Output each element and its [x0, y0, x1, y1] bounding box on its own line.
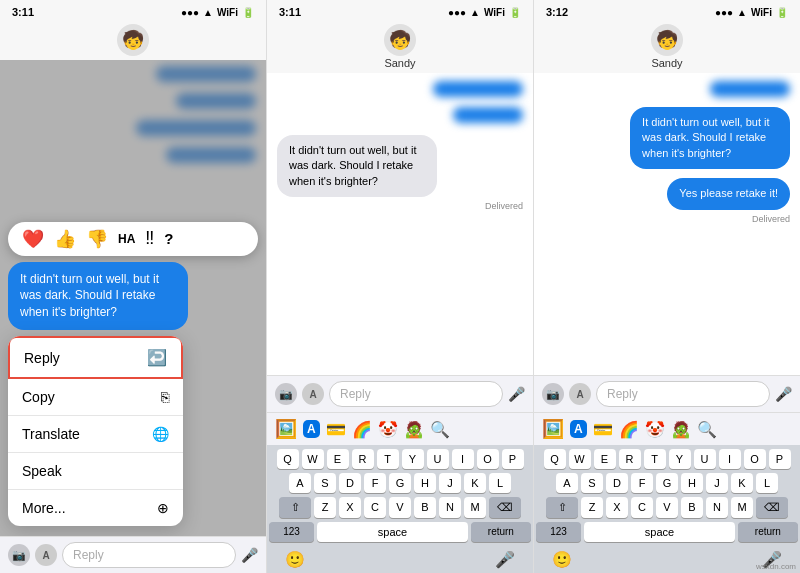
key-k-2[interactable]: K	[464, 473, 486, 493]
key-d-2[interactable]: D	[339, 473, 361, 493]
key-k-3[interactable]: K	[731, 473, 753, 493]
app-store-2[interactable]: A	[303, 420, 320, 438]
mic-bottom-2[interactable]: 🎤	[495, 550, 515, 569]
key-t-2[interactable]: T	[377, 449, 399, 469]
key-a-3[interactable]: A	[556, 473, 578, 493]
key-w-2[interactable]: W	[302, 449, 324, 469]
app-search-3[interactable]: 🔍	[697, 420, 717, 439]
key-e-3[interactable]: E	[594, 449, 616, 469]
reaction-thumbup[interactable]: 👍	[54, 228, 76, 250]
key-u-3[interactable]: U	[694, 449, 716, 469]
app-emoji2-2[interactable]: 🧟	[404, 420, 424, 439]
reaction-haha[interactable]: HA	[118, 232, 135, 246]
key-y-3[interactable]: Y	[669, 449, 691, 469]
key-s-2[interactable]: S	[314, 473, 336, 493]
context-menu-translate[interactable]: Translate 🌐	[8, 416, 183, 453]
key-x-3[interactable]: X	[606, 497, 628, 518]
key-r-3[interactable]: R	[619, 449, 641, 469]
key-q-3[interactable]: Q	[544, 449, 566, 469]
key-w-3[interactable]: W	[569, 449, 591, 469]
app-emoji2-3[interactable]: 🧟	[671, 420, 691, 439]
key-v-3[interactable]: V	[656, 497, 678, 518]
camera-icon-1[interactable]: 📷	[8, 544, 30, 566]
message-input-1[interactable]: Reply	[62, 542, 236, 568]
camera-icon-2[interactable]: 📷	[275, 383, 297, 405]
key-z-3[interactable]: Z	[581, 497, 603, 518]
app-icon-1[interactable]: A	[35, 544, 57, 566]
key-i-3[interactable]: I	[719, 449, 741, 469]
key-c-3[interactable]: C	[631, 497, 653, 518]
key-num-3[interactable]: 123	[536, 522, 581, 542]
app-rainbow-3[interactable]: 🌈	[619, 420, 639, 439]
context-menu-copy[interactable]: Copy ⎘	[8, 379, 183, 416]
key-y-2[interactable]: Y	[402, 449, 424, 469]
context-menu-reply[interactable]: Reply ↩️	[8, 336, 183, 379]
key-shift-3[interactable]: ⇧	[546, 497, 578, 518]
reaction-exclaim[interactable]: ‼️	[145, 228, 154, 249]
key-f-3[interactable]: F	[631, 473, 653, 493]
reaction-question[interactable]: ?	[164, 230, 173, 247]
key-l-3[interactable]: L	[756, 473, 778, 493]
key-p-2[interactable]: P	[502, 449, 524, 469]
emoji-icon-3[interactable]: 🙂	[552, 550, 572, 569]
key-t-3[interactable]: T	[644, 449, 666, 469]
key-l-2[interactable]: L	[489, 473, 511, 493]
key-g-2[interactable]: G	[389, 473, 411, 493]
key-return-3[interactable]: return	[738, 522, 798, 542]
app-photos-2[interactable]: 🖼️	[275, 418, 297, 440]
reaction-heart[interactable]: ❤️	[22, 228, 44, 250]
key-b-2[interactable]: B	[414, 497, 436, 518]
key-shift-2[interactable]: ⇧	[279, 497, 311, 518]
key-o-3[interactable]: O	[744, 449, 766, 469]
key-g-3[interactable]: G	[656, 473, 678, 493]
message-input-2[interactable]: Reply	[329, 381, 503, 407]
key-v-2[interactable]: V	[389, 497, 411, 518]
app-emoji1-3[interactable]: 🤡	[645, 420, 665, 439]
key-e-2[interactable]: E	[327, 449, 349, 469]
reaction-thumbdown[interactable]: 👎	[86, 228, 108, 250]
key-return-2[interactable]: return	[471, 522, 531, 542]
key-space-3[interactable]: space	[584, 522, 735, 542]
app-pay-3[interactable]: 💳	[593, 420, 613, 439]
key-s-3[interactable]: S	[581, 473, 603, 493]
key-f-2[interactable]: F	[364, 473, 386, 493]
key-m-2[interactable]: M	[464, 497, 486, 518]
mic-icon-1[interactable]: 🎤	[241, 547, 258, 563]
key-j-3[interactable]: J	[706, 473, 728, 493]
message-input-3[interactable]: Reply	[596, 381, 770, 407]
app-rainbow-2[interactable]: 🌈	[352, 420, 372, 439]
key-delete-2[interactable]: ⌫	[489, 497, 521, 518]
context-menu-speak[interactable]: Speak	[8, 453, 183, 490]
key-q-2[interactable]: Q	[277, 449, 299, 469]
key-num-2[interactable]: 123	[269, 522, 314, 542]
key-n-3[interactable]: N	[706, 497, 728, 518]
app-photos-3[interactable]: 🖼️	[542, 418, 564, 440]
key-m-3[interactable]: M	[731, 497, 753, 518]
app-search-2[interactable]: 🔍	[430, 420, 450, 439]
key-d-3[interactable]: D	[606, 473, 628, 493]
key-n-2[interactable]: N	[439, 497, 461, 518]
context-menu-more[interactable]: More... ⊕	[8, 490, 183, 526]
key-b-3[interactable]: B	[681, 497, 703, 518]
key-delete-3[interactable]: ⌫	[756, 497, 788, 518]
app-icon-2[interactable]: A	[302, 383, 324, 405]
key-u-2[interactable]: U	[427, 449, 449, 469]
key-i-2[interactable]: I	[452, 449, 474, 469]
key-r-2[interactable]: R	[352, 449, 374, 469]
key-o-2[interactable]: O	[477, 449, 499, 469]
key-j-2[interactable]: J	[439, 473, 461, 493]
mic-icon-3[interactable]: 🎤	[775, 386, 792, 402]
key-a-2[interactable]: A	[289, 473, 311, 493]
key-h-2[interactable]: H	[414, 473, 436, 493]
key-space-2[interactable]: space	[317, 522, 468, 542]
camera-icon-3[interactable]: 📷	[542, 383, 564, 405]
app-store-3[interactable]: A	[570, 420, 587, 438]
key-x-2[interactable]: X	[339, 497, 361, 518]
app-emoji1-2[interactable]: 🤡	[378, 420, 398, 439]
key-h-3[interactable]: H	[681, 473, 703, 493]
app-icon-3[interactable]: A	[569, 383, 591, 405]
key-p-3[interactable]: P	[769, 449, 791, 469]
key-z-2[interactable]: Z	[314, 497, 336, 518]
mic-icon-2[interactable]: 🎤	[508, 386, 525, 402]
emoji-icon-2[interactable]: 🙂	[285, 550, 305, 569]
